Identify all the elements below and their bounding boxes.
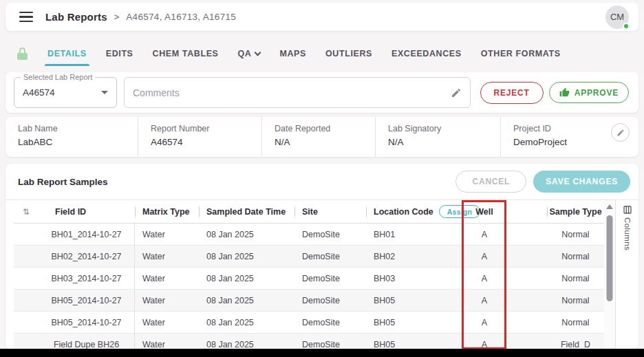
header-label: Sample Type	[549, 207, 601, 217]
edit-comment-icon[interactable]	[451, 87, 462, 98]
cell-well: A	[463, 318, 506, 327]
cell-sampled: 08 Jan 2025	[199, 296, 294, 305]
cell-location-code: BH02	[366, 252, 463, 261]
columns-grid-icon	[623, 206, 632, 214]
cell-sample-type: Normal	[547, 318, 604, 327]
info-label: Report Number	[151, 124, 261, 133]
info-project-id: Project ID DemoProject	[500, 117, 638, 157]
tab-label: MAPS	[279, 49, 306, 58]
thumbs-up-icon	[559, 87, 570, 98]
samples-title: Lab Report Samples	[18, 177, 108, 187]
table-row[interactable]: Field Dupe BH26 Water 08 Jan 2025 DemoSi…	[14, 334, 604, 349]
cell-matrix-type: Water	[135, 252, 199, 261]
comments-field-wrap	[124, 77, 471, 108]
approve-button[interactable]: APPROVE	[549, 82, 629, 103]
scroll-up-arrow-icon[interactable]	[606, 204, 613, 209]
cell-site: DemoSite	[294, 252, 366, 261]
cell-field-id: BH05_2014-10-27	[39, 312, 135, 334]
tab-exceedances[interactable]: EXCEEDANCES	[382, 43, 471, 66]
cancel-button[interactable]: CANCEL	[455, 171, 526, 193]
lock-icon	[17, 47, 28, 59]
col-header-field-id[interactable]: Field ID	[39, 207, 135, 217]
save-changes-button[interactable]: SAVE CHANGES	[533, 171, 630, 193]
table-row[interactable]: BH01_2014-10-27 Water 08 Jan 2025 DemoSi…	[14, 224, 604, 246]
cell-sample-type: Normal	[547, 230, 604, 239]
cell-sampled: 08 Jan 2025	[199, 252, 294, 261]
sort-icon[interactable]: ⇅	[14, 207, 39, 217]
cell-sampled: 08 Jan 2025	[199, 340, 294, 349]
cell-well: A	[463, 296, 506, 305]
tab-outliers[interactable]: OUTLIERS	[316, 43, 382, 66]
table-scrollbar[interactable]	[604, 200, 615, 349]
table-header-row: ⇅ Field ID Matrix Type Sampled Date Time…	[14, 200, 604, 224]
col-header-location-code[interactable]: Location Code Assign	[366, 205, 463, 218]
cell-field-id: BH03_2014-10-27	[39, 268, 135, 290]
tab-bar: DETAILS EDITS CHEM TABLES QA MAPS OUTLIE…	[11, 42, 638, 67]
pencil-icon	[616, 129, 625, 137]
tab-chem-tables[interactable]: CHEM TABLES	[143, 43, 228, 66]
tab-label: EXCEEDANCES	[391, 49, 462, 58]
edit-info-button[interactable]	[611, 123, 630, 142]
tab-maps[interactable]: MAPS	[270, 43, 316, 66]
tab-label: CHEM TABLES	[153, 49, 219, 58]
info-label: Lab Signatory	[388, 124, 500, 133]
select-value: A46574	[23, 87, 55, 98]
cell-field-id: BH05_2014-10-27	[39, 290, 135, 312]
info-date-reported: Date Reported N/A	[261, 117, 375, 157]
comments-input[interactable]	[133, 87, 451, 98]
tab-label: EDITS	[106, 49, 133, 58]
columns-panel-toggle[interactable]: Columns	[615, 200, 638, 349]
cell-matrix-type: Water	[135, 340, 199, 349]
col-header-well[interactable]: Well	[463, 207, 506, 217]
cell-sampled: 08 Jan 2025	[199, 230, 294, 239]
col-header-site[interactable]: Site	[294, 207, 366, 217]
table-row[interactable]: BH05_2014-10-27 Water 08 Jan 2025 DemoSi…	[14, 312, 604, 334]
tab-qa[interactable]: QA	[228, 43, 270, 66]
col-header-matrix-type[interactable]: Matrix Type	[135, 207, 199, 217]
table-row[interactable]: BH05_2014-10-27 Water 08 Jan 2025 DemoSi…	[14, 290, 604, 312]
header-label: Well	[475, 207, 493, 217]
info-lab-signatory: Lab Signatory N/A	[375, 117, 500, 157]
info-label: Date Reported	[275, 124, 375, 133]
info-report-number: Report Number A46574	[138, 117, 261, 157]
avatar[interactable]: CM	[605, 6, 629, 29]
cell-sample-type: Field_D	[547, 340, 604, 349]
header-label: Matrix Type	[142, 207, 190, 217]
info-label: Lab Name	[18, 124, 138, 133]
tab-details[interactable]: DETAILS	[38, 43, 96, 66]
approve-label: APPROVE	[575, 88, 619, 98]
tab-other-formats[interactable]: OTHER FORMATS	[471, 43, 570, 66]
info-value: A46574	[151, 137, 261, 147]
cell-site: DemoSite	[294, 274, 366, 283]
breadcrumb-separator: >	[114, 12, 120, 22]
tab-label: OTHER FORMATS	[481, 49, 561, 58]
cell-location-code: BH05	[366, 340, 463, 349]
tab-edits[interactable]: EDITS	[96, 43, 143, 66]
cell-location-code: BH01	[366, 230, 463, 239]
save-label: SAVE CHANGES	[546, 177, 618, 186]
tab-label: OUTLIERS	[325, 49, 372, 58]
cell-well: A	[463, 340, 506, 349]
table-row[interactable]: BH02_2014-10-27 Water 08 Jan 2025 DemoSi…	[14, 246, 604, 268]
col-header-sampled-date-time[interactable]: Sampled Date Time	[199, 207, 294, 217]
reject-button[interactable]: REJECT	[480, 82, 544, 104]
cell-sampled: 08 Jan 2025	[199, 274, 294, 283]
scrollbar-thumb[interactable]	[607, 215, 613, 301]
cell-well: A	[463, 230, 506, 239]
cell-field-id: BH02_2014-10-27	[39, 246, 135, 268]
chevron-down-icon	[255, 49, 261, 56]
header-label: Field ID	[55, 207, 86, 217]
col-header-sample-type[interactable]: Sample Type	[547, 207, 604, 217]
cell-sample-type: Normal	[547, 274, 604, 283]
samples-header: Lab Report Samples CANCEL SAVE CHANGES	[6, 164, 638, 200]
info-value: N/A	[388, 137, 500, 147]
menu-icon[interactable]	[19, 12, 33, 23]
reject-label: REJECT	[494, 88, 530, 98]
select-label: Selected Lab Report	[21, 73, 95, 81]
bottom-bar	[0, 349, 644, 357]
cell-matrix-type: Water	[135, 274, 199, 283]
breadcrumb: A46574, A16713, A16715	[126, 12, 236, 22]
caret-down-icon	[101, 91, 108, 94]
selected-lab-report-select[interactable]: Selected Lab Report A46574	[14, 77, 117, 108]
table-row[interactable]: BH03_2014-10-27 Water 08 Jan 2025 DemoSi…	[14, 268, 604, 290]
